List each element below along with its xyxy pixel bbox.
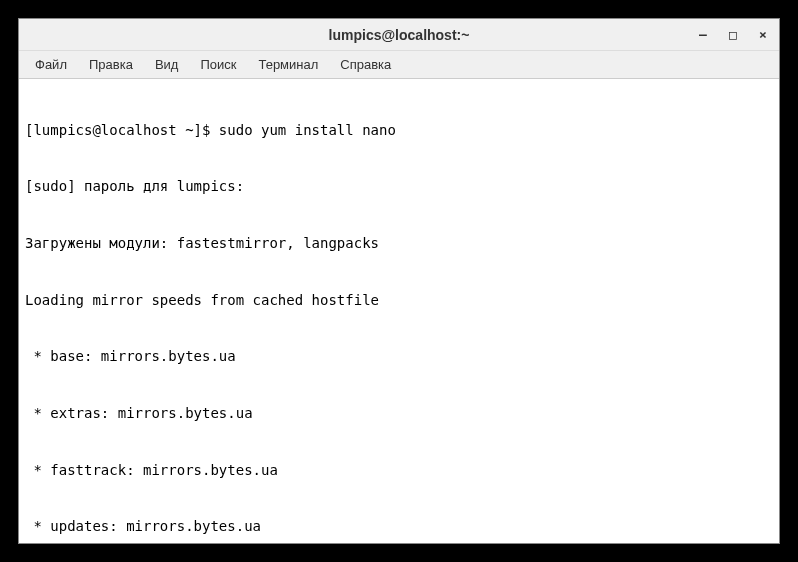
window-controls: – □ ×	[695, 27, 771, 43]
menu-terminal[interactable]: Терминал	[248, 53, 328, 76]
close-button[interactable]: ×	[755, 27, 771, 43]
terminal-output[interactable]: [lumpics@localhost ~]$ sudo yum install …	[19, 79, 779, 543]
menu-search[interactable]: Поиск	[190, 53, 246, 76]
terminal-line: Загружены модули: fastestmirror, langpac…	[25, 234, 773, 253]
minimize-button[interactable]: –	[695, 27, 711, 43]
terminal-line: * extras: mirrors.bytes.ua	[25, 404, 773, 423]
terminal-line: * fasttrack: mirrors.bytes.ua	[25, 461, 773, 480]
window-title: lumpics@localhost:~	[329, 27, 470, 43]
maximize-button[interactable]: □	[725, 27, 741, 43]
titlebar: lumpics@localhost:~ – □ ×	[19, 19, 779, 51]
menu-help[interactable]: Справка	[330, 53, 401, 76]
menubar: Файл Правка Вид Поиск Терминал Справка	[19, 51, 779, 79]
terminal-window: lumpics@localhost:~ – □ × Файл Правка Ви…	[18, 18, 780, 544]
terminal-line: * base: mirrors.bytes.ua	[25, 347, 773, 366]
menu-view[interactable]: Вид	[145, 53, 189, 76]
menu-edit[interactable]: Правка	[79, 53, 143, 76]
menu-file[interactable]: Файл	[25, 53, 77, 76]
terminal-line: Loading mirror speeds from cached hostfi…	[25, 291, 773, 310]
terminal-line: [lumpics@localhost ~]$ sudo yum install …	[25, 121, 773, 140]
terminal-line: [sudo] пароль для lumpics:	[25, 177, 773, 196]
terminal-line: * updates: mirrors.bytes.ua	[25, 517, 773, 536]
